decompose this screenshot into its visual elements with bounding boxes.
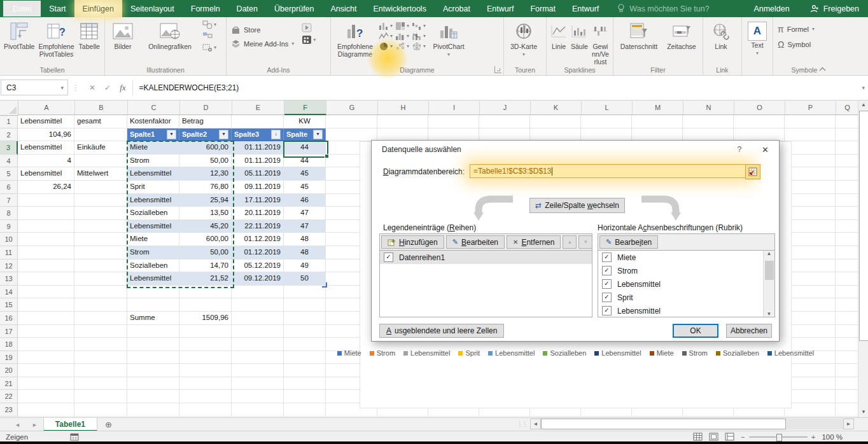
cell-C19[interactable]	[127, 351, 179, 364]
cell-E16[interactable]	[232, 312, 284, 325]
cell-P13[interactable]	[785, 272, 836, 286]
cancel-button[interactable]: Abbrechen	[726, 324, 772, 338]
ribbon-tab-entwicklertools[interactable]: Entwicklertools	[365, 0, 435, 17]
row-header-6[interactable]: 6	[0, 181, 18, 194]
cell-D19[interactable]	[179, 351, 232, 364]
cell-P10[interactable]	[785, 233, 836, 246]
zoom-slider[interactable]	[749, 436, 808, 438]
sparkline-winloss-button[interactable]: Gewinn/Verlust	[590, 19, 611, 67]
list-item[interactable]: ✓Lebensmittel	[598, 277, 764, 291]
list-item[interactable]: ✓Lebensmittel	[598, 304, 764, 317]
cell-K1[interactable]	[530, 115, 581, 128]
cell-A20[interactable]	[18, 364, 74, 377]
cell-D16[interactable]: 1509,96	[179, 312, 232, 325]
cell-B8[interactable]	[74, 207, 127, 220]
cell-A2[interactable]: 104,96	[18, 128, 74, 142]
cell-J1[interactable]	[479, 115, 530, 128]
cell-F1[interactable]: KW	[284, 115, 326, 128]
cell-A7[interactable]	[18, 194, 74, 207]
column-header-P[interactable]: P	[785, 100, 836, 115]
row-header-22[interactable]: 22	[0, 390, 18, 403]
add-series-button[interactable]: Hinzufügen	[381, 235, 444, 249]
cell-A23[interactable]	[18, 403, 74, 417]
cell-E15[interactable]	[232, 298, 284, 312]
histogram-chart-button[interactable]: ▾	[395, 32, 409, 41]
cell-Q9[interactable]	[836, 220, 858, 233]
ribbon-tab-seitenlayout[interactable]: Seitenlayout	[122, 0, 183, 17]
collapse-ribbon-button[interactable]	[819, 67, 826, 71]
cell-D13[interactable]: 21,52	[179, 272, 232, 286]
cell-F17[interactable]	[284, 325, 326, 338]
ok-button[interactable]: OK	[673, 324, 718, 338]
column-header-M[interactable]: M	[633, 100, 683, 115]
column-header-J[interactable]: J	[480, 100, 531, 115]
row-header-1[interactable]: 1	[0, 115, 18, 128]
store-button[interactable]: Store	[228, 23, 297, 37]
checkbox[interactable]: ✓	[602, 253, 612, 262]
column-chart-button[interactable]: ▾	[379, 22, 393, 31]
cell-P3[interactable]	[785, 141, 836, 155]
cell-A3[interactable]: Lebensmittel	[18, 141, 74, 155]
cell-B19[interactable]	[74, 351, 127, 364]
line-chart-button[interactable]: ▾	[379, 32, 393, 41]
cell-P15[interactable]	[785, 298, 836, 312]
row-header-13[interactable]: 13	[0, 272, 18, 286]
cell-D23[interactable]	[179, 403, 232, 417]
dialog-close-icon[interactable]: ✕	[752, 145, 779, 155]
cell-A15[interactable]	[18, 298, 74, 312]
column-header-Q[interactable]: Q	[836, 100, 858, 115]
cell-F9[interactable]: 47	[284, 220, 326, 233]
filter-icon[interactable]: ▾	[167, 130, 176, 139]
expand-formula-bar-icon[interactable]: ▾	[862, 85, 868, 91]
column-header-K[interactable]: K	[531, 100, 582, 115]
row-header-14[interactable]: 14	[0, 286, 18, 299]
prev-sheet-icon[interactable]: ◄	[9, 418, 26, 431]
cell-B15[interactable]	[74, 298, 127, 312]
cell-D2[interactable]: Spalte2▾	[179, 128, 232, 142]
row-header-7[interactable]: 7	[0, 194, 18, 207]
cell-F21[interactable]	[284, 377, 326, 391]
cell-B10[interactable]	[74, 233, 127, 246]
waterfall-chart-button[interactable]: ▾	[412, 22, 426, 31]
scroll-down-icon[interactable]: ▼	[858, 407, 868, 417]
dialog-title-bar[interactable]: Datenquelle auswählen ? ✕	[372, 141, 779, 158]
cell-Q10[interactable]	[836, 233, 858, 246]
name-box-dropdown-icon[interactable]: ▾	[60, 85, 67, 91]
zoom-in-icon[interactable]: +	[811, 433, 816, 441]
cell-A21[interactable]	[18, 377, 74, 391]
scroll-up-icon[interactable]: ▲	[858, 100, 868, 110]
pivotchart-button[interactable]: PivotChart ▾	[427, 19, 470, 59]
cell-Q23[interactable]	[836, 403, 858, 417]
cell-E23[interactable]	[232, 403, 284, 417]
cell-C13[interactable]: Lebensmittel	[127, 272, 179, 286]
online-pictures-button[interactable]: Onlinegrafiken	[139, 19, 201, 52]
cell-A14[interactable]	[18, 286, 74, 299]
cell-N1[interactable]	[683, 115, 734, 128]
cell-B5[interactable]: Mittelwert	[74, 167, 127, 181]
cell-F23[interactable]	[284, 403, 326, 417]
sort-icon[interactable]: ↓	[271, 130, 281, 139]
cell-Q12[interactable]	[836, 260, 858, 273]
checkbox[interactable]: ✓	[602, 306, 612, 316]
cell-C17[interactable]	[127, 325, 179, 338]
cell-F6[interactable]: 45	[284, 181, 326, 194]
cell-F18[interactable]	[284, 338, 326, 351]
zoom-out-icon[interactable]: −	[741, 433, 745, 441]
table-resize-handle[interactable]	[322, 282, 327, 288]
row-header-10[interactable]: 10	[0, 233, 18, 246]
cell-F15[interactable]	[284, 298, 326, 312]
row-header-12[interactable]: 12	[0, 260, 18, 273]
column-header-L[interactable]: L	[582, 100, 633, 115]
cell-A10[interactable]	[18, 233, 74, 246]
remove-series-button[interactable]: ✕ Entfernen	[507, 235, 561, 249]
scroll-down-icon[interactable]: ▼	[767, 311, 772, 317]
cell-F11[interactable]: 48	[284, 246, 326, 260]
cell-B12[interactable]	[74, 260, 127, 273]
cell-E1[interactable]	[232, 115, 284, 128]
column-header-C[interactable]: C	[128, 100, 180, 115]
cell-P16[interactable]	[785, 312, 836, 325]
vertical-scrollbar[interactable]: ▲ ▼	[858, 100, 868, 417]
cell-D6[interactable]: 76,80	[179, 181, 232, 194]
cell-F8[interactable]: 47	[284, 207, 326, 220]
recommended-pivottables-button[interactable]: ? Empfohlene PivotTables	[36, 19, 76, 60]
